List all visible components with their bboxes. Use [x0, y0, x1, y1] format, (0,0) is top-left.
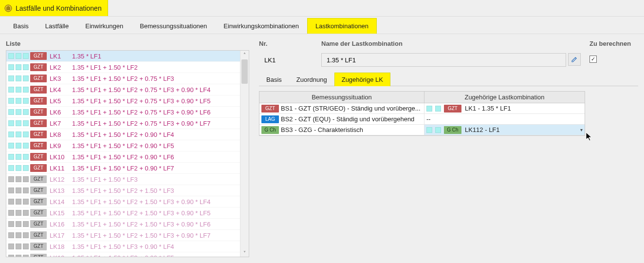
situation-cell: LAGBS2 - GZT (EQU) - Ständig und vorüber…: [259, 114, 424, 125]
list-item[interactable]: GZTLK151.35 * LF1 + 1.50 * LF2 + 1.50 * …: [6, 207, 240, 219]
main-tabstrip: Basis Lastfälle Einwirkungen Bemessungss…: [0, 17, 644, 34]
loadcase-icon: [4, 4, 13, 13]
combo-badge: G Ch: [444, 126, 461, 134]
lk-formula: 1.35 * LF1 + 1.50 * LF2 + 0.75 * LF3 + 0…: [72, 86, 240, 94]
lk-id: LK15: [50, 209, 72, 217]
nr-input[interactable]: [263, 56, 308, 64]
lk-formula: 1.35 * LF1 + 1.50 * LF2 + 0.90 * LF7: [72, 165, 240, 172]
table-row[interactable]: GZTBS1 - GZT (STR/GEO) - Ständig und vor…: [259, 103, 585, 114]
tab-basis[interactable]: Basis: [5, 18, 37, 34]
combo-cell[interactable]: GZTLK1 - 1.35 * LF1: [424, 103, 585, 114]
list-item[interactable]: GZTLK21.35 * LF1 + 1.50 * LF2: [6, 62, 240, 73]
list-item[interactable]: GZTLK171.35 * LF1 + 1.50 * LF2 + 1.50 * …: [6, 230, 240, 241]
color-swatch: [8, 221, 14, 227]
lk-id: LK17: [50, 232, 72, 239]
combo-cell[interactable]: G ChLK112 - LF1▾: [424, 125, 585, 135]
subtab-zuordnung[interactable]: Zuordnung: [289, 73, 334, 86]
combo-badge: GZT: [444, 105, 461, 113]
table-row[interactable]: LAGBS2 - GZT (EQU) - Ständig und vorüber…: [259, 114, 585, 125]
situation-badge: G Ch: [261, 126, 279, 134]
tab-bemessungssituationen[interactable]: Bemessungssituationen: [131, 18, 215, 34]
zu-berechnen-checkbox[interactable]: ✓: [589, 56, 597, 63]
color-swatch: [435, 127, 441, 133]
color-swatch: [8, 154, 14, 160]
situation-badge: GZT: [261, 105, 279, 113]
color-swatch: [8, 165, 14, 171]
scroll-thumb[interactable]: [241, 59, 248, 84]
color-swatch: [8, 143, 14, 149]
list-item[interactable]: GZTLK121.35 * LF1 + 1.50 * LF3: [6, 174, 240, 185]
list-item[interactable]: GZTLK111.35 * LF1 + 1.50 * LF2 + 0.90 * …: [6, 163, 240, 174]
list-item[interactable]: GZTLK191.35 * LF1 + 1.50 * LF3 + 0.90 * …: [6, 252, 240, 257]
lk-formula: 1.35 * LF1 + 1.50 * LF2: [72, 64, 240, 71]
lk-formula: 1.35 * LF1: [72, 53, 240, 60]
lk-id: LK13: [50, 187, 72, 194]
table-row[interactable]: G ChBS3 - GZG - CharakteristischG ChLK11…: [259, 125, 585, 135]
situation-text: BS2 - GZT (EQU) - Ständig und vorübergeh…: [281, 115, 414, 123]
color-swatch: [435, 106, 441, 112]
scroll-down-arrow[interactable]: ˅: [240, 249, 249, 257]
lk-id: LK6: [50, 109, 72, 116]
subtab-basis[interactable]: Basis: [259, 73, 289, 86]
color-swatch: [23, 75, 29, 81]
color-swatch: [8, 98, 14, 104]
liste-label: Liste: [6, 40, 249, 50]
list-item[interactable]: GZTLK71.35 * LF1 + 1.50 * LF2 + 0.75 * L…: [6, 118, 240, 129]
color-swatch: [23, 165, 29, 171]
pencil-icon: [571, 56, 578, 63]
list-item[interactable]: GZTLK181.35 * LF1 + 1.50 * LF3 + 0.90 * …: [6, 241, 240, 252]
color-swatch: [8, 232, 14, 238]
tab-einwirkungen[interactable]: Einwirkungen: [77, 18, 131, 34]
fields-row: Nr. Name der Lastkombination: [259, 40, 638, 67]
lk-formula: 1.35 * LF1 + 1.50 * LF2 + 0.90 * LF4: [72, 131, 240, 138]
color-swatch: [23, 255, 29, 257]
list-item[interactable]: GZTLK161.35 * LF1 + 1.50 * LF2 + 1.50 * …: [6, 219, 240, 230]
name-field[interactable]: [321, 53, 566, 67]
nr-field[interactable]: [259, 53, 313, 67]
list-item[interactable]: GZTLK41.35 * LF1 + 1.50 * LF2 + 0.75 * L…: [6, 84, 240, 95]
combo-cell[interactable]: --: [424, 114, 585, 125]
list-item[interactable]: GZTLK101.35 * LF1 + 1.50 * LF2 + 0.90 * …: [6, 151, 240, 163]
color-swatch: [23, 132, 29, 137]
color-swatch: [8, 255, 14, 257]
lk-id: LK10: [50, 153, 72, 161]
list-item[interactable]: GZTLK131.35 * LF1 + 1.50 * LF2 + 1.50 * …: [6, 185, 240, 196]
tab-lastfaelle[interactable]: Lastfälle: [37, 18, 77, 34]
gzt-badge: GZT: [30, 198, 47, 206]
tab-lastkombinationen[interactable]: Lastkombinationen: [307, 18, 377, 34]
color-swatch: [23, 188, 29, 193]
subtab-zugehoerige-lk[interactable]: Zugehörige LK: [334, 73, 390, 86]
list-item[interactable]: GZTLK91.35 * LF1 + 1.50 * LF2 + 0.90 * L…: [6, 140, 240, 151]
lk-formula: 1.35 * LF1 + 1.50 * LF2 + 1.50 * LF3 + 0…: [72, 209, 240, 217]
gzt-badge: GZT: [30, 142, 47, 150]
list-scrollbar[interactable]: ˄ ˅: [240, 51, 249, 257]
scroll-up-arrow[interactable]: ˄: [240, 51, 249, 58]
color-swatch: [16, 244, 21, 249]
color-swatch: [16, 188, 21, 193]
gzt-badge: GZT: [30, 86, 47, 94]
color-swatch: [23, 210, 29, 216]
list-item[interactable]: GZTLK61.35 * LF1 + 1.50 * LF2 + 0.75 * L…: [6, 107, 240, 118]
lk-formula: 1.35 * LF1 + 1.50 * LF2 + 1.50 * LF3: [72, 187, 240, 194]
color-swatch: [8, 132, 14, 137]
list-item[interactable]: GZTLK31.35 * LF1 + 1.50 * LF2 + 0.75 * L…: [6, 73, 240, 84]
gzt-badge: GZT: [30, 164, 47, 172]
edit-name-button[interactable]: [568, 53, 581, 66]
lk-formula: 1.35 * LF1 + 1.50 * LF2 + 0.75 * LF3 + 0…: [72, 97, 240, 105]
list-item[interactable]: GZTLK51.35 * LF1 + 1.50 * LF2 + 0.75 * L…: [6, 95, 240, 107]
color-swatch: [16, 109, 21, 115]
lk-id: LK18: [50, 243, 72, 250]
list-item[interactable]: GZTLK141.35 * LF1 + 1.50 * LF2 + 1.50 * …: [6, 196, 240, 207]
color-swatch: [16, 176, 21, 182]
chevron-down-icon[interactable]: ▾: [580, 127, 583, 132]
lk-id: LK3: [50, 75, 72, 82]
color-swatch: [23, 244, 29, 249]
tab-einwirkungskombinationen[interactable]: Einwirkungskombinationen: [215, 18, 307, 34]
color-swatch: [8, 244, 14, 249]
gzt-badge: GZT: [30, 254, 47, 257]
name-input[interactable]: [326, 56, 562, 64]
list-item[interactable]: GZTLK81.35 * LF1 + 1.50 * LF2 + 0.90 * L…: [6, 129, 240, 140]
color-swatch: [16, 143, 21, 149]
situation-badge: LAG: [261, 115, 279, 123]
list-item[interactable]: GZTLK11.35 * LF1: [6, 51, 240, 62]
